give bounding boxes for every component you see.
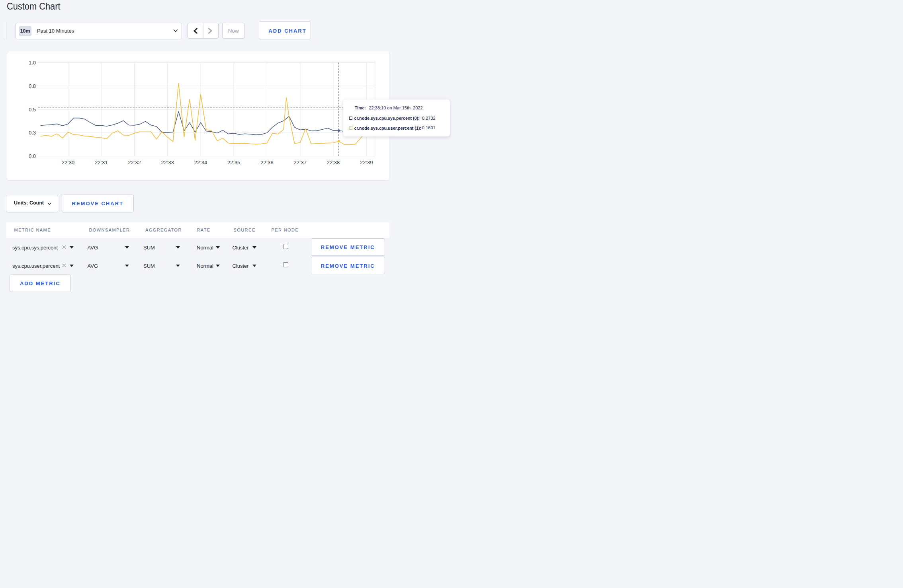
svg-text:0.8: 0.8 [29,83,36,89]
svg-text:22:37: 22:37 [294,160,307,165]
svg-text:1.0: 1.0 [29,60,36,66]
svg-text:22:34: 22:34 [194,160,207,165]
svg-text:22:31: 22:31 [95,160,108,165]
svg-text:22:38: 22:38 [327,160,340,165]
svg-text:0.5: 0.5 [29,107,36,113]
svg-text:22:32: 22:32 [128,160,141,165]
svg-text:22:33: 22:33 [161,160,174,165]
svg-text:22:35: 22:35 [227,160,240,165]
svg-text:22:30: 22:30 [62,160,75,165]
svg-text:0.0: 0.0 [29,153,36,159]
svg-text:0.3: 0.3 [29,130,36,136]
svg-text:22:36: 22:36 [260,160,274,165]
svg-text:22:39: 22:39 [360,160,373,165]
